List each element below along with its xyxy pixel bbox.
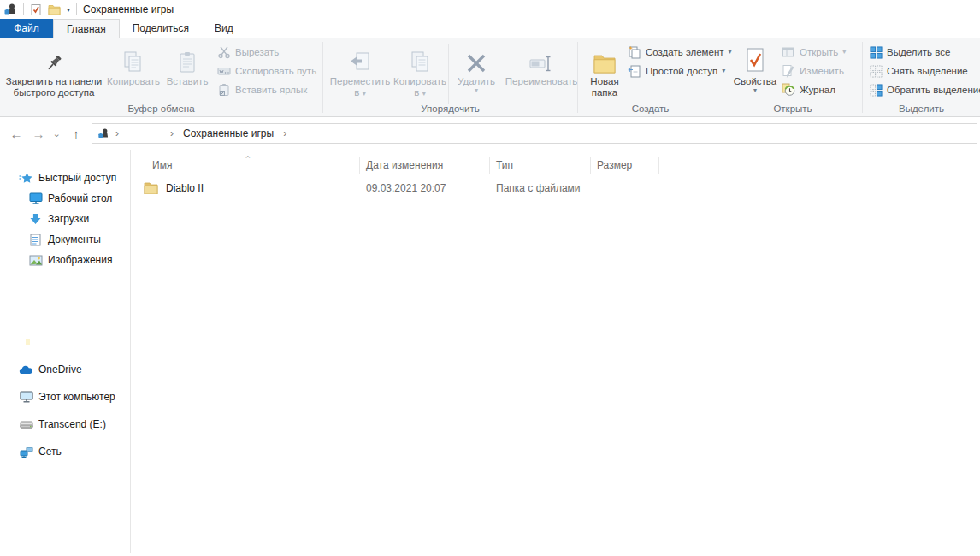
back-button[interactable]: ← bbox=[5, 127, 27, 140]
easy-access-label: Простой доступ bbox=[646, 66, 717, 76]
column-header-type[interactable]: Тип bbox=[496, 159, 513, 171]
sidebar-item-this-pc[interactable]: Этот компьютер bbox=[0, 387, 149, 407]
delete-x-icon bbox=[466, 41, 487, 76]
pin-to-quick-access-button[interactable]: Закрепить на панели быстрого доступа bbox=[5, 41, 103, 98]
cut-button[interactable]: Вырезать bbox=[217, 44, 279, 61]
delete-button[interactable]: Удалить ▾ bbox=[452, 41, 501, 94]
new-folder-icon bbox=[593, 41, 617, 76]
forward-button[interactable]: → bbox=[27, 127, 50, 140]
column-header-date[interactable]: Дата изменения bbox=[366, 159, 443, 171]
group-label-clipboard: Буфер обмена bbox=[0, 104, 322, 114]
sidebar-item-label: Этот компьютер bbox=[38, 391, 115, 403]
column-header-name[interactable]: Имя bbox=[152, 159, 172, 171]
column-divider[interactable] bbox=[658, 157, 659, 174]
file-date-modified: 09.03.2021 20:07 bbox=[366, 182, 446, 194]
qat-customize-caret-icon[interactable]: ▾ bbox=[67, 2, 70, 17]
onedrive-cloud-icon bbox=[19, 365, 33, 375]
pictures-icon bbox=[28, 255, 43, 266]
qat-properties-button[interactable] bbox=[30, 2, 42, 17]
paste-label: Вставить bbox=[167, 76, 209, 87]
file-list: › Имя Дата изменения Тип Размер Diablo I… bbox=[132, 150, 980, 556]
copy-to-label-line2: в ▾ bbox=[414, 87, 425, 98]
file-row-diablo-ii[interactable]: Diablo II 09.03.2021 20:07 Папка с файла… bbox=[132, 177, 655, 198]
up-button[interactable]: ↑ bbox=[65, 127, 87, 140]
dropdown-caret-icon: ▾ bbox=[753, 87, 757, 94]
group-label-create: Создать bbox=[578, 104, 723, 114]
edit-pencil-icon bbox=[782, 64, 795, 78]
sidebar-item-label: Рабочий стол bbox=[48, 192, 112, 204]
new-folder-label-line1: Новая bbox=[590, 76, 618, 87]
column-divider[interactable] bbox=[590, 157, 591, 174]
breadcrumb-chevron-icon[interactable]: › bbox=[164, 127, 180, 139]
edit-button[interactable]: Изменить bbox=[782, 62, 844, 80]
title-bar: ▾ Сохраненные игры bbox=[0, 0, 980, 19]
saved-games-breadcrumb-icon bbox=[97, 127, 109, 139]
copy-label: Копировать bbox=[107, 76, 160, 87]
sidebar-item-label: OneDrive bbox=[38, 364, 82, 376]
dropdown-caret-icon: ▾ bbox=[842, 49, 846, 56]
recent-locations-caret[interactable]: › bbox=[50, 127, 65, 140]
quick-access-star-icon bbox=[19, 172, 33, 185]
tab-file[interactable]: Файл bbox=[0, 19, 53, 38]
column-divider[interactable] bbox=[359, 157, 360, 174]
pushpin-icon bbox=[44, 41, 64, 76]
saved-games-app-icon bbox=[3, 3, 17, 16]
sidebar-item-network[interactable]: Сеть bbox=[0, 441, 149, 462]
select-all-button[interactable]: Выделить все bbox=[870, 44, 950, 61]
move-to-icon bbox=[349, 41, 371, 76]
easy-access-button[interactable]: Простой доступ ▾ bbox=[628, 62, 725, 80]
sidebar-item-label: Изображения bbox=[48, 254, 112, 266]
copy-button[interactable]: Копировать bbox=[108, 41, 159, 87]
new-folder-button[interactable]: Новая папка bbox=[584, 41, 625, 98]
invert-selection-button[interactable]: Обратить выделение bbox=[870, 81, 980, 98]
qat-folder-button[interactable] bbox=[48, 2, 61, 17]
copy-to-icon bbox=[409, 41, 431, 76]
network-icon bbox=[19, 447, 33, 458]
open-button[interactable]: Открыть ▾ bbox=[782, 44, 846, 61]
copy-to-label-line1: Копировать bbox=[393, 76, 446, 87]
file-type: Папка с файлами bbox=[496, 182, 581, 194]
explorer-window: ▾ Сохраненные игры Файл Главная Поделить… bbox=[0, 0, 980, 556]
history-button[interactable]: Журнал bbox=[782, 81, 835, 98]
column-header-size[interactable]: Размер bbox=[597, 159, 632, 171]
tab-share[interactable]: Поделиться bbox=[120, 19, 202, 38]
breadcrumb-chevron-icon[interactable]: › bbox=[109, 127, 125, 139]
group-create: Новая папка Создать элемент ▾ Простой до… bbox=[578, 38, 723, 116]
properties-button[interactable]: Свойства ▾ bbox=[730, 41, 780, 94]
ribbon: Закрепить на панели быстрого доступа Коп… bbox=[0, 38, 980, 117]
tab-view[interactable]: Вид bbox=[202, 19, 246, 38]
dropdown-caret-icon: ▾ bbox=[363, 90, 366, 98]
navigation-pane: Быстрый доступ Рабочий стол Загрузки bbox=[0, 150, 131, 553]
properties-check-icon bbox=[30, 3, 42, 16]
sidebar-item-onedrive[interactable]: OneDrive bbox=[0, 359, 149, 380]
select-none-button[interactable]: Снять выделение bbox=[870, 62, 968, 80]
copy-to-button[interactable]: Копировать в ▾ bbox=[390, 41, 450, 98]
new-folder-label-line2: папка bbox=[592, 87, 618, 98]
column-divider[interactable] bbox=[489, 157, 490, 174]
faint-folder-artifact bbox=[26, 339, 30, 345]
paste-button[interactable]: Вставить bbox=[162, 41, 212, 87]
tab-home[interactable]: Главная bbox=[53, 19, 120, 38]
address-bar[interactable]: › › Сохраненные игры › bbox=[92, 123, 977, 144]
copy-path-button[interactable]: Скопировать путь bbox=[217, 62, 316, 80]
properties-check-icon bbox=[744, 41, 766, 76]
paste-shortcut-icon bbox=[217, 83, 231, 97]
this-pc-monitor-icon bbox=[19, 391, 33, 403]
paste-shortcut-button[interactable]: Вставить ярлык bbox=[217, 81, 307, 98]
copy-pages-icon bbox=[122, 41, 145, 76]
new-item-icon bbox=[628, 45, 641, 59]
sidebar-item-transcend-drive[interactable]: Transcend (E:) bbox=[0, 414, 149, 435]
breadcrumb-segment-current[interactable]: Сохраненные игры bbox=[180, 127, 277, 139]
sidebar-item-label: Документы bbox=[48, 234, 101, 245]
breadcrumb-chevron-icon[interactable]: › bbox=[277, 127, 292, 139]
sidebar-item-quick-access[interactable]: Быстрый доступ bbox=[0, 168, 149, 188]
rename-button[interactable]: Переименовать bbox=[503, 41, 580, 87]
group-organize: Переместить в ▾ Копировать в ▾ Удалить ▾ bbox=[323, 38, 577, 116]
folder-icon bbox=[144, 181, 158, 194]
clipboard-icon bbox=[176, 41, 198, 76]
open-window-icon bbox=[782, 45, 795, 59]
invert-selection-icon bbox=[870, 84, 883, 97]
new-item-button[interactable]: Создать элемент ▾ bbox=[628, 44, 732, 61]
edit-label: Изменить bbox=[800, 66, 844, 76]
move-to-button[interactable]: Переместить в ▾ bbox=[330, 41, 390, 98]
